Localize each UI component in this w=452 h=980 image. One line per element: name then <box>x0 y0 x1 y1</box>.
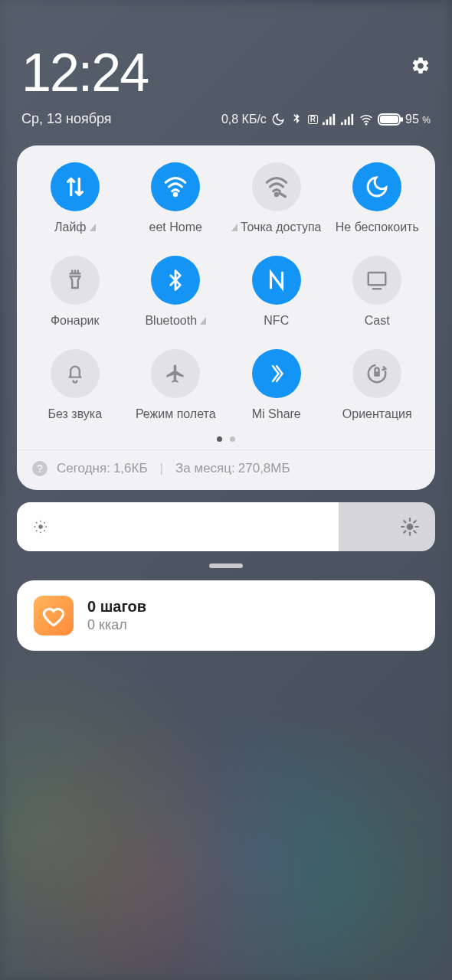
mishare-icon <box>252 349 301 398</box>
moon-icon <box>352 162 401 211</box>
tile-label: Режим полета <box>136 407 216 421</box>
svg-rect-4 <box>341 122 343 125</box>
svg-point-9 <box>175 193 177 195</box>
svg-rect-1 <box>326 119 329 125</box>
svg-point-15 <box>40 521 41 522</box>
battery-percent: 95 % <box>405 113 431 126</box>
svg-rect-5 <box>345 119 347 125</box>
battery-icon <box>378 113 401 126</box>
svg-rect-0 <box>323 122 325 125</box>
signal-1-icon <box>323 113 336 126</box>
tile-cast[interactable]: Cast <box>327 256 428 328</box>
month-label: За месяц: <box>175 461 235 476</box>
svg-point-21 <box>36 530 38 531</box>
moon-icon <box>271 113 285 126</box>
tile-label: Bluetooth <box>145 314 197 328</box>
tile-label: Ориентация <box>342 407 412 421</box>
tile-wifi[interactable]: eet Home <box>126 162 227 234</box>
signal-2-icon <box>341 113 355 126</box>
tile-label: Без звука <box>47 407 102 421</box>
svg-point-20 <box>44 522 45 524</box>
svg-rect-7 <box>352 113 354 124</box>
tile-hotspot[interactable]: Точка доступа <box>226 162 327 234</box>
brightness-low-icon <box>32 518 49 535</box>
health-app-icon <box>34 596 74 635</box>
tile-flashlight[interactable]: Фонарик <box>25 256 126 328</box>
tile-label: Точка доступа <box>241 220 321 234</box>
data-rate: 0,8 КБ/с <box>221 113 267 126</box>
separator: | <box>160 461 163 476</box>
clock-time: 12:24 <box>21 42 148 103</box>
cast-icon <box>352 256 401 305</box>
today-value: 1,6КБ <box>113 461 148 476</box>
tile-label: Не беспокоить <box>336 220 419 234</box>
svg-point-16 <box>40 531 41 533</box>
help-icon: ? <box>32 461 47 476</box>
tile-bluetooth[interactable]: Bluetooth <box>126 256 227 328</box>
wifi-icon <box>151 162 200 211</box>
svg-line-29 <box>414 531 415 532</box>
expand-indicator-icon <box>200 317 206 325</box>
tile-label: Mi Share <box>252 407 301 421</box>
nfc-icon <box>252 256 301 305</box>
expand-indicator-icon <box>231 224 237 231</box>
svg-point-10 <box>275 193 277 195</box>
hotspot-icon <box>252 162 301 211</box>
notification-card-steps[interactable]: 0 шагов 0 ккал <box>17 580 435 651</box>
tile-mobile-data[interactable]: Лайф <box>25 162 126 234</box>
bluetooth-icon <box>151 256 200 305</box>
svg-point-23 <box>407 524 414 531</box>
tile-orientation[interactable]: Ориентация <box>327 349 428 421</box>
svg-point-17 <box>34 526 36 528</box>
mobile-data-icon <box>51 162 100 211</box>
tile-label: Фонарик <box>51 314 100 328</box>
tile-label: Лайф <box>54 220 87 234</box>
tile-airplane[interactable]: Режим полета <box>126 349 227 421</box>
tile-nfc[interactable]: NFC <box>226 256 327 328</box>
airplane-icon <box>151 349 200 398</box>
svg-rect-11 <box>368 273 386 285</box>
svg-rect-3 <box>333 113 336 124</box>
svg-point-18 <box>45 526 47 528</box>
flashlight-icon <box>51 256 100 305</box>
panel-drag-handle[interactable] <box>209 564 243 568</box>
svg-point-22 <box>44 530 45 531</box>
brightness-slider[interactable] <box>17 502 435 551</box>
tile-label: Cast <box>365 314 390 328</box>
tile-mute[interactable]: Без звука <box>25 349 126 421</box>
bell-icon <box>51 349 100 398</box>
svg-line-30 <box>404 531 405 532</box>
svg-rect-2 <box>329 116 332 125</box>
data-usage-row[interactable]: ? Сегодня: 1,6КБ | За месяц: 270,8МБ <box>17 449 435 479</box>
settings-gear-icon[interactable] <box>411 56 431 76</box>
svg-rect-6 <box>348 116 350 125</box>
orientation-lock-icon <box>352 349 401 398</box>
wifi-status-icon <box>359 113 373 126</box>
brightness-fill <box>17 502 339 551</box>
expand-indicator-icon <box>90 224 96 231</box>
svg-line-28 <box>404 521 405 522</box>
notification-subtitle: 0 ккал <box>87 617 146 633</box>
roaming-icon: R <box>308 115 318 124</box>
page-dot-active <box>217 436 222 442</box>
svg-point-8 <box>365 123 367 125</box>
tile-dnd[interactable]: Не беспокоить <box>327 162 428 234</box>
month-value: 270,8МБ <box>238 461 290 476</box>
today-label: Сегодня: <box>57 461 110 476</box>
tile-label: eet Home <box>149 220 202 234</box>
brightness-high-icon <box>400 517 420 537</box>
svg-line-31 <box>414 521 415 522</box>
tile-label: NFC <box>264 314 289 328</box>
notification-title: 0 шагов <box>87 598 146 616</box>
quick-settings-panel: Лайф eet Home Точка доступа Не беспокоит… <box>17 145 435 490</box>
status-date: Ср, 13 ноября <box>21 111 112 127</box>
page-dot <box>230 436 235 442</box>
svg-point-19 <box>36 522 38 524</box>
bluetooth-status-icon <box>290 113 303 126</box>
svg-point-14 <box>38 524 43 529</box>
tile-mishare[interactable]: Mi Share <box>226 349 327 421</box>
status-bar-icons: 0,8 КБ/с R 95 % <box>221 113 431 126</box>
page-indicator <box>17 436 435 442</box>
